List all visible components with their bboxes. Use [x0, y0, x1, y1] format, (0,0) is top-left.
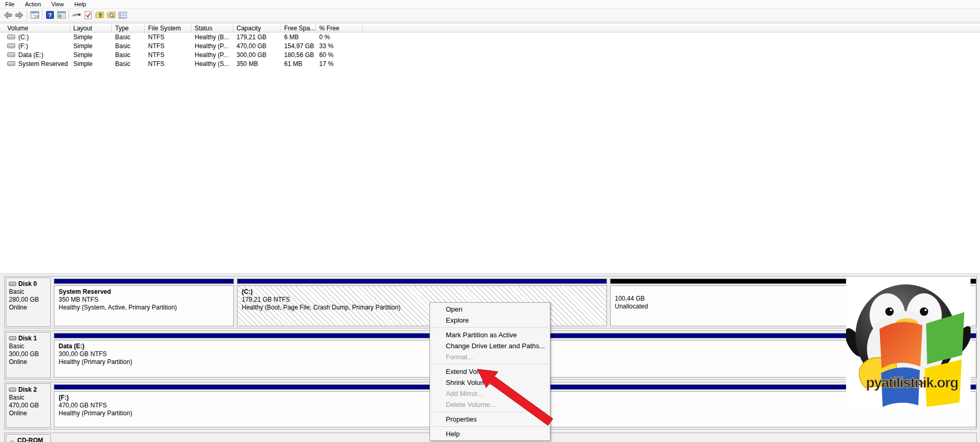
volume-status: Healthy (P...: [192, 42, 233, 50]
menu-separator: [431, 364, 549, 364]
volume-free: 6 MB: [281, 34, 316, 41]
disk-name: Disk 2: [18, 386, 37, 394]
volume-capacity: 179,21 GB: [233, 34, 281, 41]
disk-management-window: File Action View Help 14 ?: [0, 0, 980, 442]
folder-search-icon[interactable]: [105, 9, 117, 20]
partition-system-reserved[interactable]: System Reserved 350 MB NTFS Healthy (Sys…: [54, 279, 234, 326]
menu-item-mark-active[interactable]: Mark Partition as Active: [430, 329, 550, 340]
volume-status: Healthy (P...: [192, 51, 233, 59]
volume-list-header: Volume Layout Type File System Status Ca…: [0, 23, 980, 32]
details-view-icon[interactable]: [117, 9, 128, 20]
disk-size: 300,00 GB: [9, 350, 48, 358]
partition-status: Healthy (System, Active, Primary Partiti…: [59, 304, 229, 312]
volume-icon: [7, 35, 15, 39]
volume-type: Basic: [112, 60, 145, 68]
volume-row-system-reserved[interactable]: System Reserved Simple Basic NTFS Health…: [0, 59, 980, 68]
partition-color-bar: [237, 279, 607, 284]
disk-kind: Basic: [9, 288, 48, 296]
disk0-label[interactable]: Disk 0 Basic 280,00 GB Online: [6, 278, 51, 327]
disk-icon: [9, 280, 16, 288]
volume-type: Basic: [112, 51, 145, 59]
column-header-status[interactable]: Status: [192, 24, 233, 32]
windows-flag-red-pane: [880, 322, 922, 369]
menu-help[interactable]: Help: [69, 1, 92, 8]
toolbar-separator: [69, 10, 69, 20]
volume-capacity: 300,00 GB: [233, 51, 281, 59]
column-header-layout[interactable]: Layout: [70, 24, 112, 32]
disk-state: Online: [9, 358, 48, 366]
menu-separator: [431, 327, 549, 328]
volume-row-c[interactable]: (C:) Simple Basic NTFS Healthy (B... 179…: [0, 32, 980, 41]
volume-row-f[interactable]: (F:) Simple Basic NTFS Healthy (P... 470…: [0, 41, 980, 50]
volume-row-data-e[interactable]: Data (E:) Simple Basic NTFS Healthy (P..…: [0, 50, 980, 59]
partition-title: System Reserved: [59, 288, 229, 296]
menu-separator: [431, 412, 549, 412]
disk-icon: [9, 335, 16, 342]
task-check-icon[interactable]: [82, 9, 94, 20]
volume-name: Data (E:): [18, 51, 43, 59]
menu-item-format: Format...: [430, 351, 550, 362]
menu-item-open[interactable]: Open: [430, 304, 550, 315]
volume-capacity: 350 MB: [233, 60, 281, 68]
volume-fs: NTFS: [145, 60, 192, 68]
partition-c[interactable]: (C:) 179,21 GB NTFS Healthy (Boot, Page …: [237, 279, 607, 326]
partition-context-menu: Open Explore Mark Partition as Active Ch…: [430, 302, 550, 441]
volume-status: Healthy (S...: [192, 60, 233, 68]
toolbar-separator: [27, 10, 27, 20]
volume-name: System Reserved: [18, 60, 68, 68]
disk-kind: Basic: [9, 394, 48, 402]
disk2-label[interactable]: Disk 2 Basic 470,00 GB Online: [6, 383, 51, 428]
menu-view[interactable]: View: [46, 1, 69, 8]
pyatilistnik-watermark: pyatilistnik.org: [846, 277, 971, 407]
menu-item-help[interactable]: Help: [430, 428, 550, 439]
window-panel-icon[interactable]: [55, 9, 67, 20]
volume-type: Basic: [112, 42, 145, 50]
volume-free: 180,56 GB: [281, 51, 316, 59]
volume-pct-free: 0 %: [316, 34, 363, 41]
column-header-filler: [363, 24, 980, 32]
column-header-file-system[interactable]: File System: [145, 24, 192, 32]
volume-status: Healthy (B...: [192, 34, 233, 41]
volume-layout: Simple: [70, 34, 112, 41]
column-header-free-space[interactable]: Free Spa...: [281, 24, 316, 32]
disk-state: Online: [9, 304, 48, 312]
menu-item-change-letter[interactable]: Change Drive Letter and Paths...: [430, 340, 550, 351]
menu-item-shrink-volume[interactable]: Shrink Volume...: [430, 377, 550, 388]
volume-type: Basic: [112, 34, 145, 41]
partition-color-bar: [54, 279, 234, 284]
column-header-volume[interactable]: Volume: [4, 24, 70, 32]
menu-item-extend-volume[interactable]: Extend Volume...: [430, 366, 550, 377]
volume-layout: Simple: [70, 42, 112, 50]
column-header-pct-free[interactable]: % Free: [316, 24, 363, 32]
forward-icon[interactable]: [14, 9, 25, 20]
disk-size: 280,00 GB: [9, 296, 48, 304]
folder-up-icon[interactable]: [94, 9, 105, 20]
disk-icon: [9, 386, 16, 394]
cdrom0-label[interactable]: CD-ROM 0: [6, 434, 51, 442]
partition-title: (C:): [242, 288, 602, 296]
column-header-capacity[interactable]: Capacity: [233, 24, 281, 32]
volume-layout: Simple: [70, 60, 112, 68]
menu-file[interactable]: File: [0, 1, 20, 8]
menu-item-add-mirror: Add Mirror...: [430, 388, 550, 399]
tools-icon[interactable]: [71, 9, 82, 20]
help-icon[interactable]: ?: [44, 9, 55, 20]
volume-free: 154,97 GB: [281, 42, 316, 50]
disk-state: Online: [9, 410, 48, 417]
disk1-label[interactable]: Disk 1 Basic 300,00 GB Online: [6, 332, 51, 378]
disk-kind: Basic: [9, 342, 48, 350]
volume-pct-free: 17 %: [316, 60, 363, 68]
menu-action[interactable]: Action: [20, 1, 47, 8]
disk-name: Disk 1: [18, 335, 37, 342]
menu-item-properties[interactable]: Properties: [430, 414, 550, 425]
volume-icon: [7, 43, 15, 48]
volume-layout: Simple: [70, 51, 112, 59]
console-window-icon[interactable]: 14: [29, 9, 40, 20]
back-icon[interactable]: [2, 9, 14, 20]
column-header-type[interactable]: Type: [112, 24, 145, 32]
menu-bar: File Action View Help: [0, 0, 980, 8]
volume-capacity: 470,00 GB: [233, 42, 281, 50]
volume-name: (F:): [18, 42, 28, 50]
menu-item-explore[interactable]: Explore: [430, 315, 550, 326]
volume-free: 61 MB: [281, 60, 316, 68]
